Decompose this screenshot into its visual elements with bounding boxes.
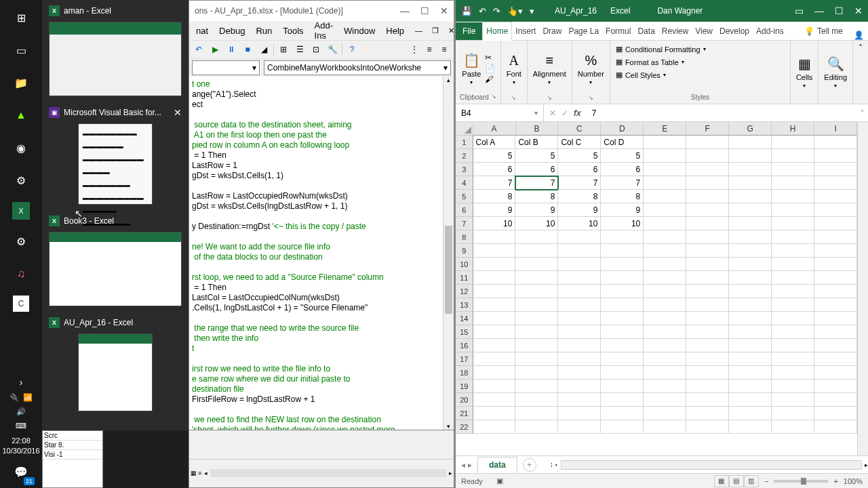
stop-icon[interactable]: ■ [241,43,254,56]
cancel-icon[interactable]: ✕ [549,108,556,118]
tab-draw[interactable]: Draw [539,22,565,40]
app-icon-1[interactable]: ▲ [10,104,32,126]
task-item-au-apr[interactable]: X AU_Apr_16 - Excel [42,312,189,417]
minimize-icon[interactable]: ― [400,5,410,16]
sheet-tab-data[interactable]: data [477,457,517,472]
cut-icon[interactable]: ✂ [485,53,495,62]
settings-icon[interactable]: ⚙ [10,169,32,191]
minimize-icon[interactable]: ― [814,5,824,16]
format-as-table-button[interactable]: ▦Format as Table▾ [614,56,686,68]
add-sheet-button[interactable]: + [523,458,536,472]
enter-icon[interactable]: ✓ [561,108,568,118]
spreadsheet-grid[interactable]: ABCDEFGHI1Col ACol BCol CCol D2555536666… [456,122,857,455]
excel-taskbar-icon[interactable]: X [12,202,30,220]
object-browser-icon[interactable]: ⊡ [309,43,323,56]
action-center-icon[interactable]: 💬 [10,461,32,483]
dialog-launcher-icon[interactable]: ↘ [547,95,552,101]
maximize-icon[interactable]: ☐ [420,5,429,16]
tab-file[interactable]: File [456,22,482,40]
outdent-icon[interactable]: ≡ [437,43,451,56]
dialog-launcher-icon[interactable]: ↘ [511,95,516,101]
tab-review[interactable]: Review [658,22,692,40]
share-icon[interactable]: 👤 [850,30,868,40]
system-clock[interactable]: 22:08 10/30/2016 [2,436,39,455]
zoom-out-button[interactable]: − [764,477,768,485]
task-item-vba[interactable]: ▣ Microsoft Visual Basic for... ✕ ━━━━━━… [42,102,189,210]
task-item-aman-excel[interactable]: X aman - Excel [42,0,189,102]
alignment-button[interactable]: ≡ Alignment ▾ [532,52,568,87]
touch-mode-icon[interactable]: 👆▾ [507,6,523,16]
horizontal-scrollbar[interactable] [561,460,862,470]
camtasia-icon[interactable]: C [13,296,29,312]
zoom-slider[interactable] [774,480,828,483]
zoom-level[interactable]: 100% [844,477,863,485]
task-item-book3[interactable]: X Book3 - Excel [42,210,189,312]
ribbon-display-icon[interactable]: ▭ [795,5,804,16]
start-button[interactable]: ⊞ [10,7,32,28]
menu-tools[interactable]: Tools [279,24,307,37]
close-icon[interactable]: ✕ [854,5,863,16]
view-proc-icon[interactable]: ≡ [198,470,201,476]
keyboard-icon[interactable]: ⌨ [16,422,26,430]
format-painter-icon[interactable]: 🖌 [485,75,495,84]
close-icon[interactable]: ✕ [440,5,448,16]
procedure-dropdown[interactable]: CombineManyWorkbooksIntoOneWorkshe [264,60,451,75]
mdi-restore-icon[interactable]: ❐ [428,25,443,37]
macro-record-icon[interactable]: ▣ [496,476,503,485]
tab-formulas[interactable]: Formul [602,22,634,40]
tab-insert[interactable]: Insert [512,22,539,40]
tab-view[interactable]: View [692,22,716,40]
paste-button[interactable]: 📋 Paste ▾ [460,51,482,87]
chrome-icon[interactable]: ◉ [10,137,32,159]
indent-icon[interactable]: ≡ [422,43,436,56]
menu-format[interactable]: nat [192,24,212,37]
run-icon[interactable]: ▶ [208,43,222,56]
hscroll-left-icon[interactable]: ⫶ ◂ [550,462,559,468]
tell-me-search[interactable]: 💡 Tell me [801,22,850,40]
tray-expand-icon[interactable]: › [20,377,23,388]
menu-help[interactable]: Help [382,24,408,37]
cell-styles-button[interactable]: ▦Cell Styles▾ [614,69,667,81]
wifi-icon[interactable]: 📶 [23,393,33,402]
page-break-view-button[interactable]: ▥ [744,475,759,487]
vba-vertical-scrollbar[interactable] [443,77,454,430]
task-view-button[interactable]: ▭ [10,39,32,61]
number-button[interactable]: % Number ▾ [576,52,606,87]
properties-icon[interactable]: ☰ [293,43,307,56]
help-icon[interactable]: ? [345,43,359,56]
undo-icon[interactable]: ↶ [479,6,486,16]
collapse-ribbon-icon[interactable]: ˄ [853,41,868,56]
gear-icon[interactable]: ⚙ [10,230,32,252]
expand-formula-bar-icon[interactable]: ˅ [856,109,868,117]
fx-icon[interactable]: fx [574,108,581,118]
tab-pagelayout[interactable]: Page La [565,22,602,40]
file-explorer-icon[interactable]: 📁 [10,72,32,94]
vba-code-editor[interactable]: t oneange("A1").Selectect source data to… [189,77,443,430]
maximize-icon[interactable]: ☐ [835,5,844,16]
close-icon[interactable]: ✕ [174,107,182,118]
menu-addins[interactable]: Add-Ins [311,19,337,42]
normal-view-button[interactable]: ▦ [714,475,729,487]
toolbar-option-icon[interactable]: ⋮ [408,43,421,56]
view-full-icon[interactable]: ▦ [191,470,197,476]
excel-titlebar[interactable]: 💾 ↶ ↷ 👆▾ ▾ AU_Apr_16 Excel Dan Wagner ▭ … [456,0,868,22]
sheet-nav-prev-icon[interactable]: ◂ [461,460,465,470]
sheet-nav-next-icon[interactable]: ▸ [468,460,472,470]
volume-icon[interactable]: 🔊 [16,407,26,416]
vba-horizontal-scrollbar[interactable]: ▦≡ ◂ ▸ [189,459,454,488]
mdi-minimize-icon[interactable]: ― [411,25,427,37]
copy-icon[interactable]: 📄 [485,64,495,73]
dialog-launcher-icon[interactable]: ↘ [589,95,593,101]
page-layout-view-button[interactable]: ▤ [729,475,744,487]
conditional-formatting-button[interactable]: ▦Conditional Formatting▾ [614,43,707,55]
power-icon[interactable]: 🔌 [9,393,19,402]
menu-debug[interactable]: Debug [215,24,249,37]
itunes-icon[interactable]: ♫ [10,263,32,285]
editing-button[interactable]: 🔍 Editing ▾ [823,54,848,90]
pause-icon[interactable]: ⏸ [224,43,238,56]
menu-window[interactable]: Window [340,24,379,37]
toolbox-icon[interactable]: 🔧 [326,43,339,56]
menu-run[interactable]: Run [252,24,276,37]
cells-button[interactable]: ▦ Cells ▾ [795,54,814,90]
tab-home[interactable]: Home [482,22,512,41]
